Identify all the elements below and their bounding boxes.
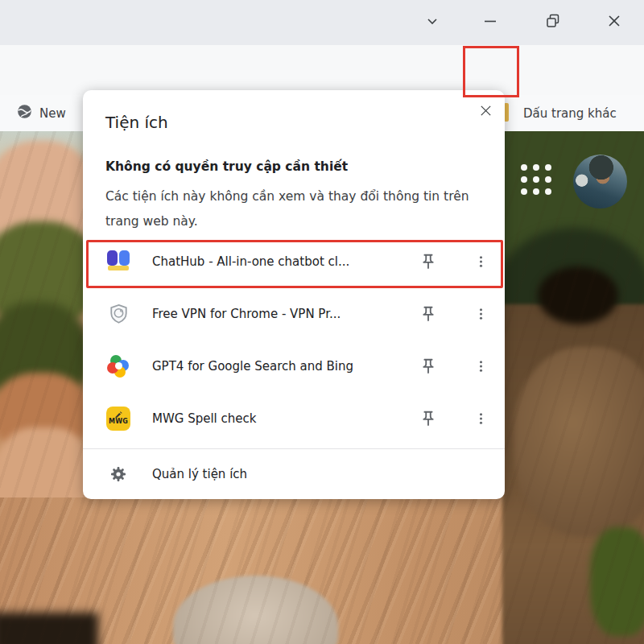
- pin-icon[interactable]: [419, 252, 438, 271]
- extension-name: ChatHub - All-in-one chatbot cl...: [152, 254, 349, 269]
- extension-menu-dots-icon[interactable]: [471, 304, 490, 324]
- mwg-badge-text: MWG: [109, 419, 128, 425]
- popup-section-heading: Không có quyền truy cập cần thiết: [105, 159, 348, 174]
- extension-name: MWG Spell check: [152, 411, 256, 426]
- extension-menu-dots-icon[interactable]: [471, 357, 490, 376]
- browser-window: New Dấu trang khác Tiện ích Không có quy…: [0, 0, 644, 644]
- globe-icon: [16, 103, 33, 123]
- tab-search-chevron-icon[interactable]: [420, 9, 444, 33]
- restore-window-icon[interactable]: [541, 9, 565, 33]
- minimize-icon[interactable]: [478, 9, 502, 33]
- extension-menu-dots-icon[interactable]: [471, 409, 490, 428]
- pin-icon[interactable]: [419, 304, 438, 324]
- extension-row-free-vpn[interactable]: Free VPN for Chrome - VPN Pr...: [83, 287, 505, 340]
- other-bookmarks-label: Dấu trang khác: [523, 106, 617, 121]
- bookmark-label: New: [39, 106, 66, 121]
- bookmark-item-new[interactable]: New: [16, 95, 66, 131]
- manage-extensions-label: Quản lý tiện ích: [152, 467, 247, 481]
- extension-row-mwg[interactable]: MWG MWG Spell check: [83, 392, 505, 444]
- window-titlebar: [0, 0, 644, 45]
- extension-name: Free VPN for Chrome - VPN Pr...: [152, 307, 341, 321]
- extensions-popup: Tiện ích Không có quyền truy cập cần thi…: [83, 90, 505, 499]
- popup-close-icon[interactable]: [474, 99, 497, 122]
- browser-toolbar: [0, 45, 644, 95]
- mwg-icon: MWG: [105, 406, 131, 431]
- gpt4-pinwheel-icon: [105, 353, 131, 379]
- gear-icon: [105, 461, 131, 487]
- popup-section-description: Các tiện ích này không cần xem và thay đ…: [105, 184, 490, 234]
- other-bookmarks-button[interactable]: Dấu trang khác: [523, 95, 617, 131]
- extension-row-chathub[interactable]: ChatHub - All-in-one chatbot cl...: [83, 235, 505, 287]
- chathub-icon: [105, 249, 131, 275]
- manage-extensions-button[interactable]: Quản lý tiện ích: [83, 449, 505, 499]
- extension-menu-dots-icon[interactable]: [471, 252, 490, 271]
- extensions-list: ChatHub - All-in-one chatbot cl... Free: [83, 235, 505, 444]
- extension-row-gpt4[interactable]: GPT4 for Google Search and Bing: [83, 340, 505, 392]
- popup-title: Tiện ích: [105, 113, 168, 132]
- close-window-icon[interactable]: [602, 9, 626, 33]
- google-apps-grid-icon[interactable]: [521, 164, 553, 196]
- page-profile-avatar[interactable]: [573, 155, 627, 208]
- pin-icon[interactable]: [419, 409, 438, 428]
- extension-name: GPT4 for Google Search and Bing: [152, 359, 353, 374]
- pin-icon[interactable]: [419, 357, 438, 376]
- vpn-shield-icon: [105, 301, 131, 327]
